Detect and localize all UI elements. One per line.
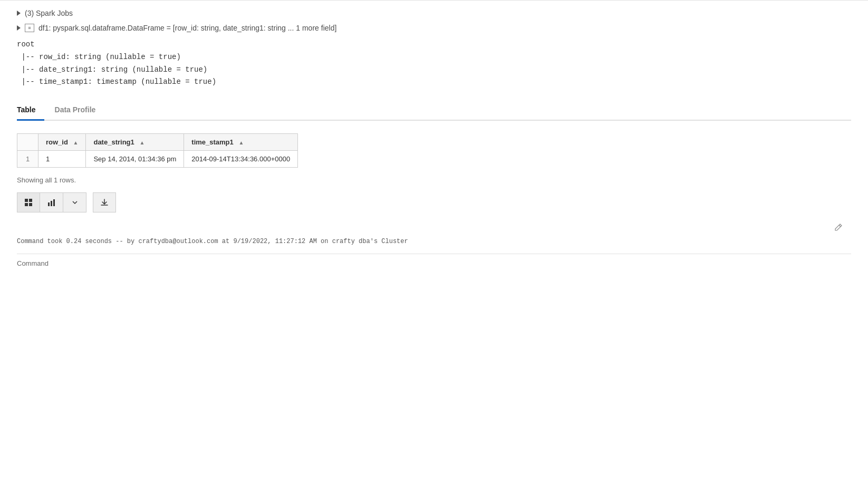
cell-index-1: 1 — [17, 151, 38, 168]
spark-jobs-section: (3) Spark Jobs — [17, 9, 851, 17]
download-icon — [100, 198, 109, 207]
sort-icon-row-id: ▲ — [73, 140, 79, 146]
svg-rect-6 — [53, 199, 55, 206]
data-table-container: row_id ▲ date_string1 ▲ time_stamp1 ▲ 1 — [17, 133, 851, 168]
grid-view-button[interactable] — [17, 192, 40, 212]
df-description: df1: pyspark.sql.dataframe.DataFrame = [… — [38, 24, 336, 32]
spark-jobs-row[interactable]: (3) Spark Jobs — [17, 9, 851, 17]
svg-rect-3 — [29, 203, 32, 206]
df-table-icon: ≡ — [25, 24, 34, 32]
chevron-button[interactable] — [63, 192, 86, 212]
df-row: ≡ df1: pyspark.sql.dataframe.DataFrame =… — [17, 24, 851, 32]
schema-block: root |-- row_id: string (nullable = true… — [17, 38, 851, 89]
download-button[interactable] — [93, 192, 116, 212]
svg-rect-1 — [29, 199, 32, 202]
action-buttons — [17, 192, 851, 212]
tab-data-profile[interactable]: Data Profile — [55, 101, 104, 121]
data-table: row_id ▲ date_string1 ▲ time_stamp1 ▲ 1 — [17, 133, 298, 168]
tab-table[interactable]: Table — [17, 101, 44, 121]
showing-rows-label: Showing all 1 rows. — [17, 176, 851, 184]
table-row: 1 1 Sep 14, 2014, 01:34:36 pm 2014-09-14… — [17, 151, 298, 168]
sort-icon-date-string1: ▲ — [139, 140, 144, 146]
col-header-date-string1[interactable]: date_string1 ▲ — [86, 134, 184, 151]
svg-rect-5 — [51, 201, 52, 206]
view-buttons-group — [17, 192, 86, 212]
df-toggle-icon[interactable] — [17, 25, 21, 31]
cell-row-id-1: 1 — [38, 151, 86, 168]
pencil-icon-row — [17, 223, 851, 234]
svg-rect-0 — [25, 199, 28, 202]
cell-time-stamp1-1: 2014-09-14T13:34:36.000+0000 — [184, 151, 298, 168]
pencil-icon[interactable] — [834, 223, 843, 234]
notebook-cell: (3) Spark Jobs ≡ df1: pyspark.sql.datafr… — [0, 0, 868, 484]
spark-jobs-toggle-icon[interactable] — [17, 11, 21, 16]
chart-view-button[interactable] — [40, 192, 63, 212]
cell-date-string1-1: Sep 14, 2014, 01:34:36 pm — [86, 151, 184, 168]
chart-icon — [47, 198, 56, 207]
col-header-index — [17, 134, 38, 151]
spark-jobs-label: (3) Spark Jobs — [25, 9, 73, 17]
tabs-bar: Table Data Profile — [17, 101, 851, 121]
svg-rect-4 — [48, 202, 50, 206]
col-header-row-id[interactable]: row_id ▲ — [38, 134, 86, 151]
sort-icon-time-stamp1: ▲ — [238, 140, 244, 146]
table-header-row: row_id ▲ date_string1 ▲ time_stamp1 ▲ — [17, 134, 298, 151]
command-label: Command — [17, 259, 49, 267]
chevron-down-icon — [72, 199, 78, 206]
command-info: Command took 0.24 seconds -- by craftydb… — [17, 238, 851, 245]
bottom-bar: Command — [17, 254, 851, 267]
col-header-time-stamp1[interactable]: time_stamp1 ▲ — [184, 134, 298, 151]
svg-rect-2 — [25, 203, 28, 206]
grid-icon — [24, 198, 33, 207]
